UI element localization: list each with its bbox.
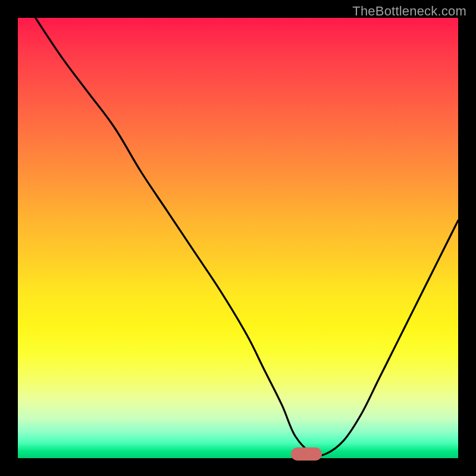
bottleneck-curve bbox=[18, 18, 458, 458]
chart-plot-area bbox=[18, 18, 458, 458]
optimal-marker bbox=[291, 447, 322, 461]
watermark-text: TheBottleneck.com bbox=[352, 4, 466, 19]
chart-stage: TheBottleneck.com bbox=[0, 0, 476, 476]
